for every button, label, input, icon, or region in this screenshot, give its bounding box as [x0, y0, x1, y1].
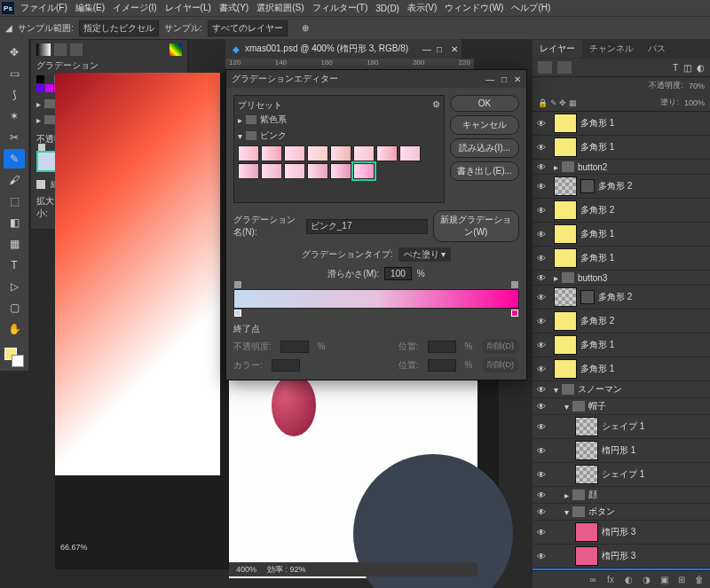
document-canvas-1[interactable]: [55, 73, 220, 475]
layer-row[interactable]: 👁多角形 1: [532, 112, 710, 136]
background-color[interactable]: [12, 355, 24, 367]
visibility-icon[interactable]: 👁: [536, 161, 547, 172]
layer-name[interactable]: 多角形 2: [598, 291, 706, 303]
layer-name[interactable]: 多角形 2: [580, 204, 706, 216]
preset-swatch[interactable]: [330, 163, 351, 179]
visibility-icon[interactable]: 👁: [536, 445, 547, 456]
cancel-button[interactable]: キャンセル: [450, 115, 519, 135]
gradient-bar[interactable]: [233, 289, 519, 309]
minimize-icon[interactable]: —: [422, 44, 431, 54]
layer-row[interactable]: 👁シェイプ 1: [532, 463, 710, 487]
close-icon[interactable]: ✕: [514, 74, 521, 84]
layer-name[interactable]: button2: [578, 162, 706, 172]
menu-window[interactable]: ウィンドウ(W): [441, 0, 507, 16]
preset-swatch[interactable]: [238, 163, 259, 179]
layer-name[interactable]: 帽子: [588, 400, 706, 412]
preset-swatch[interactable]: [307, 163, 328, 179]
layer-name[interactable]: 多角形 2: [598, 180, 706, 192]
visibility-icon[interactable]: 👁: [536, 384, 547, 395]
layer-folder[interactable]: 👁▾スノーマン: [532, 381, 710, 398]
layer-thumbnail[interactable]: [575, 465, 598, 484]
mask-thumbnail[interactable]: [580, 179, 595, 193]
layer-thumbnail[interactable]: [575, 522, 598, 542]
new-gradient-button[interactable]: 新規グラデーション(W): [433, 210, 519, 242]
layer-thumbnail[interactable]: [554, 200, 577, 220]
maximize-icon[interactable]: □: [437, 44, 442, 54]
color-icon[interactable]: [170, 43, 182, 56]
maximize-icon[interactable]: □: [501, 74, 507, 84]
delete-color-button[interactable]: 削除(D): [482, 357, 520, 372]
preset-swatch[interactable]: [284, 145, 305, 161]
layer-thumbnail[interactable]: [554, 224, 577, 244]
visibility-icon[interactable]: 👁: [536, 229, 547, 239]
preset-swatch[interactable]: [330, 145, 351, 161]
menu-3d[interactable]: 3D(D): [372, 2, 403, 15]
layer-folder[interactable]: 👁▸顔: [532, 487, 710, 504]
layer-folder[interactable]: 👁▾ボタン: [532, 504, 710, 521]
hand-tool[interactable]: ✋: [4, 319, 25, 339]
layer-row[interactable]: 👁多角形 1: [532, 333, 710, 357]
mask-thumbnail[interactable]: [580, 290, 595, 304]
visibility-icon[interactable]: 👁: [536, 118, 547, 129]
chevron-icon[interactable]: ▾: [564, 507, 569, 517]
layer-name[interactable]: 多角形 1: [580, 339, 706, 351]
move-tool[interactable]: ✥: [4, 43, 25, 62]
visibility-icon[interactable]: 👁: [536, 527, 547, 537]
stop-pos-input[interactable]: [428, 341, 456, 353]
color-swatch[interactable]: [36, 75, 44, 83]
layer-name[interactable]: シェイプ 1: [602, 468, 706, 481]
visibility-icon[interactable]: 👁: [536, 181, 547, 192]
marquee-tool[interactable]: ▭: [4, 64, 25, 83]
visibility-icon[interactable]: 👁: [536, 142, 547, 153]
link-icon[interactable]: ∞: [588, 575, 598, 585]
layer-thumbnail[interactable]: [554, 359, 577, 379]
menu-view[interactable]: 表示(V): [404, 0, 440, 16]
filter-icon[interactable]: ◐: [697, 63, 705, 73]
dialog-titlebar[interactable]: グラデーションエディター — □ ✕: [226, 70, 526, 88]
layer-row[interactable]: 👁多角形 2: [532, 199, 710, 223]
visibility-icon[interactable]: 👁: [536, 401, 547, 412]
layer-name[interactable]: 楕円形 3: [602, 550, 706, 562]
trash-icon[interactable]: 🗑: [694, 575, 705, 585]
smooth-input[interactable]: 100: [384, 267, 412, 280]
visibility-icon[interactable]: 👁: [536, 205, 547, 216]
layer-row[interactable]: 👁楕円形 3: [532, 545, 710, 568]
layer-row[interactable]: 👁楕円形 1: [532, 439, 710, 463]
color-swatch[interactable]: [45, 84, 53, 92]
name-input[interactable]: [306, 219, 428, 234]
layer-row[interactable]: 👁多角形 1: [532, 357, 710, 381]
chevron-icon[interactable]: ▾: [564, 402, 569, 412]
layer-name[interactable]: 多角形 1: [580, 252, 706, 264]
layer-name[interactable]: 多角形 2: [580, 315, 706, 327]
preset-swatch[interactable]: [353, 145, 375, 161]
preset-swatch[interactable]: [307, 145, 328, 161]
adjustment-icon[interactable]: ◑: [641, 575, 651, 585]
save-button[interactable]: 書き出し(E)...: [450, 161, 519, 181]
layer-folder[interactable]: 👁▸button3: [532, 270, 710, 286]
preset-swatch[interactable]: [284, 163, 305, 179]
visibility-icon[interactable]: 👁: [536, 551, 547, 561]
load-button[interactable]: 読み込み(I)...: [450, 138, 519, 158]
gradient-tool[interactable]: ▦: [4, 234, 25, 254]
tab-channels[interactable]: チャンネル: [582, 40, 641, 58]
visibility-icon[interactable]: 👁: [536, 490, 547, 500]
layer-row[interactable]: 👁多角形 1: [532, 247, 710, 270]
layer-row[interactable]: 👁シェイプ 1: [532, 415, 710, 439]
layer-folder[interactable]: 👁▾帽子: [532, 398, 710, 415]
delete-stop-button[interactable]: 削除(D): [482, 339, 520, 354]
shape-tool[interactable]: ▢: [4, 298, 25, 318]
layer-name[interactable]: シェイプ 1: [602, 420, 706, 433]
menu-edit[interactable]: 編集(E): [72, 0, 108, 16]
menu-file[interactable]: ファイル(F): [17, 0, 71, 16]
color-swatch[interactable]: [45, 75, 53, 83]
layer-name[interactable]: button3: [578, 273, 706, 283]
opacity-value[interactable]: 70%: [689, 82, 705, 90]
chevron-icon[interactable]: ▾: [554, 385, 558, 395]
filter-t-icon[interactable]: T: [673, 63, 678, 73]
document-tab[interactable]: ◆ xmas001.psd @ 400% (楕円形 3, RGB/8) — □ …: [225, 39, 462, 59]
layer-thumbnail[interactable]: [575, 417, 598, 436]
layer-thumbnail[interactable]: [575, 546, 598, 566]
minimize-icon[interactable]: —: [485, 74, 494, 84]
opacity-stop-right[interactable]: [511, 281, 518, 288]
mask-icon[interactable]: ◐: [623, 575, 634, 585]
